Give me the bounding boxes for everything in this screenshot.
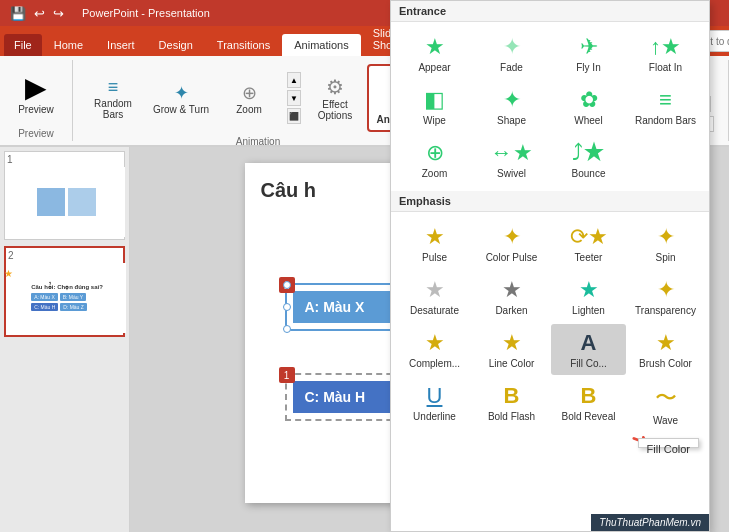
random-bars-icon: ≡ bbox=[108, 77, 119, 98]
wipe-icon: ◧ bbox=[424, 87, 445, 113]
tab-design[interactable]: Design bbox=[147, 34, 205, 56]
zoom-icon: ⊕ bbox=[242, 82, 257, 104]
anim-wipe[interactable]: ◧ Wipe bbox=[397, 81, 472, 132]
underline-label: Underline bbox=[413, 411, 456, 422]
boldflash-icon: B bbox=[504, 383, 520, 409]
anim-desaturate[interactable]: ★ Desaturate bbox=[397, 271, 472, 322]
slide-thumb-2[interactable]: 2 Câu hỏi: Chọn đúng sai? A: Màu X B: Mà… bbox=[4, 246, 125, 337]
fade-icon: ✦ bbox=[503, 34, 521, 60]
anim-fillcolor[interactable]: A Fill Co... bbox=[551, 324, 626, 375]
entrance-section-header: Entrance bbox=[391, 1, 709, 22]
anim-spin[interactable]: ✦ Spin bbox=[628, 218, 703, 269]
slide-thumb-1[interactable]: 1 bbox=[4, 151, 125, 240]
brushcolor-label: Brush Color bbox=[639, 358, 692, 369]
grow-turn-icon: ✦ bbox=[174, 82, 189, 104]
wave-icon: 〜 bbox=[655, 383, 677, 413]
preview-button[interactable]: ▶ Preview bbox=[8, 70, 64, 119]
slide-preview-2: Câu hỏi: Chọn đúng sai? A: Màu X B: Màu … bbox=[8, 263, 126, 333]
tab-transitions[interactable]: Transitions bbox=[205, 34, 282, 56]
random-bars-button[interactable]: ≡ Random Bars bbox=[81, 74, 145, 123]
animation-content: ≡ Random Bars ✦ Grow & Turn ⊕ Zoom ▲ ▼ ⬛ bbox=[79, 60, 437, 136]
anim-shape[interactable]: ✦ Shape bbox=[474, 81, 549, 132]
random-bars-label: Random Bars bbox=[84, 98, 142, 120]
zoom-button[interactable]: ⊕ Zoom bbox=[217, 79, 281, 118]
anim-wave[interactable]: 〜 Wave bbox=[628, 377, 703, 432]
anim-transparency[interactable]: ✦ Transparency bbox=[628, 271, 703, 322]
scroll-more-button[interactable]: ⬛ bbox=[287, 108, 301, 124]
zoom-dd-icon: ⊕ bbox=[426, 140, 444, 166]
anim-appear[interactable]: ★ Appear bbox=[397, 28, 472, 79]
anim-darken[interactable]: ★ Darken bbox=[474, 271, 549, 322]
desaturate-icon: ★ bbox=[425, 277, 445, 303]
resize-handle-ml[interactable] bbox=[283, 303, 291, 311]
mini-btn-c: C: Màu H bbox=[31, 303, 58, 311]
pulse-icon: ★ bbox=[425, 224, 445, 250]
tab-animations[interactable]: Animations bbox=[282, 34, 360, 56]
anim-fade[interactable]: ✦ Fade bbox=[474, 28, 549, 79]
undo-icon[interactable]: ↩ bbox=[32, 4, 47, 23]
linecolor-label: Line Color bbox=[489, 358, 535, 369]
anim-floatin[interactable]: ↑★ Float In bbox=[628, 28, 703, 79]
group-animation: ≡ Random Bars ✦ Grow & Turn ⊕ Zoom ▲ ▼ ⬛ bbox=[73, 60, 444, 141]
anim-boldflash[interactable]: B Bold Flash bbox=[474, 377, 549, 432]
redo-icon[interactable]: ↪ bbox=[51, 4, 66, 23]
save-icon[interactable]: 💾 bbox=[8, 4, 28, 23]
anim-lighten[interactable]: ★ Lighten bbox=[551, 271, 626, 322]
anim-pulse[interactable]: ★ Pulse bbox=[397, 218, 472, 269]
randombars-label: Random Bars bbox=[635, 115, 696, 126]
complement-label: Complem... bbox=[409, 358, 460, 369]
tab-file[interactable]: File bbox=[4, 34, 42, 56]
desaturate-label: Desaturate bbox=[410, 305, 459, 316]
resize-handle-tl[interactable] bbox=[283, 281, 291, 289]
pulse-label: Pulse bbox=[422, 252, 447, 263]
scroll-down-button[interactable]: ▼ bbox=[287, 90, 301, 106]
shape-label: Shape bbox=[497, 115, 526, 126]
mini-btn-a: A: Màu X bbox=[31, 293, 58, 301]
emphasis-section-header: Emphasis bbox=[391, 191, 709, 212]
anim-boldreveal[interactable]: B Bold Reveal bbox=[551, 377, 626, 432]
floatin-label: Float In bbox=[649, 62, 682, 73]
emphasis-grid: ★ Pulse ✦ Color Pulse ⟳★ Teeter ✦ Spin ★… bbox=[391, 212, 709, 438]
tab-insert[interactable]: Insert bbox=[95, 34, 147, 56]
anim-brushcolor[interactable]: ★ Brush Color bbox=[628, 324, 703, 375]
scroll-up-button[interactable]: ▲ bbox=[287, 72, 301, 88]
grow-turn-button[interactable]: ✦ Grow & Turn bbox=[149, 79, 213, 118]
answer-badge-1b: 1 bbox=[279, 367, 295, 383]
anim-colorpulse[interactable]: ✦ Color Pulse bbox=[474, 218, 549, 269]
app-title: PowerPoint - Presentation bbox=[82, 7, 210, 19]
darken-icon: ★ bbox=[502, 277, 522, 303]
effect-options-label: Effect Options bbox=[311, 99, 359, 121]
complement-icon: ★ bbox=[425, 330, 445, 356]
bounce-label: Bounce bbox=[572, 168, 606, 179]
anim-swivel[interactable]: ↔★ Swivel bbox=[474, 134, 549, 185]
lighten-label: Lighten bbox=[572, 305, 605, 316]
quick-access-toolbar: 💾 ↩ ↪ bbox=[8, 4, 66, 23]
zoom-label: Zoom bbox=[236, 104, 262, 115]
brushcolor-icon: ★ bbox=[656, 330, 676, 356]
tooltip-text: Fill Color bbox=[647, 443, 690, 455]
anim-underline[interactable]: U Underline bbox=[397, 377, 472, 432]
anim-wheel[interactable]: ✿ Wheel bbox=[551, 81, 626, 132]
anim-teeter[interactable]: ⟳★ Teeter bbox=[551, 218, 626, 269]
wipe-label: Wipe bbox=[423, 115, 446, 126]
flyin-icon: ✈ bbox=[580, 34, 598, 60]
anim-bounce[interactable]: ⤴★ Bounce bbox=[551, 134, 626, 185]
tab-home[interactable]: Home bbox=[42, 34, 95, 56]
randombars-icon: ≡ bbox=[659, 87, 672, 113]
anim-complement[interactable]: ★ Complem... bbox=[397, 324, 472, 375]
boldreveal-icon: B bbox=[581, 383, 597, 409]
grow-turn-label: Grow & Turn bbox=[153, 104, 209, 115]
slide-num-2: 2 bbox=[8, 250, 121, 261]
mini-btn-b: B: Màu Y bbox=[60, 293, 86, 301]
anim-zoom[interactable]: ⊕ Zoom bbox=[397, 134, 472, 185]
anim-linecolor[interactable]: ★ Line Color bbox=[474, 324, 549, 375]
slide1-content bbox=[37, 188, 96, 216]
teeter-icon: ⟳★ bbox=[570, 224, 608, 250]
spin-icon: ✦ bbox=[657, 224, 675, 250]
spin-label: Spin bbox=[655, 252, 675, 263]
anim-randombars[interactable]: ≡ Random Bars bbox=[628, 81, 703, 132]
resize-handle-bl[interactable] bbox=[283, 325, 291, 333]
appear-icon: ★ bbox=[425, 34, 445, 60]
effect-options-button[interactable]: ⚙ Effect Options bbox=[307, 71, 363, 125]
anim-flyin[interactable]: ✈ Fly In bbox=[551, 28, 626, 79]
